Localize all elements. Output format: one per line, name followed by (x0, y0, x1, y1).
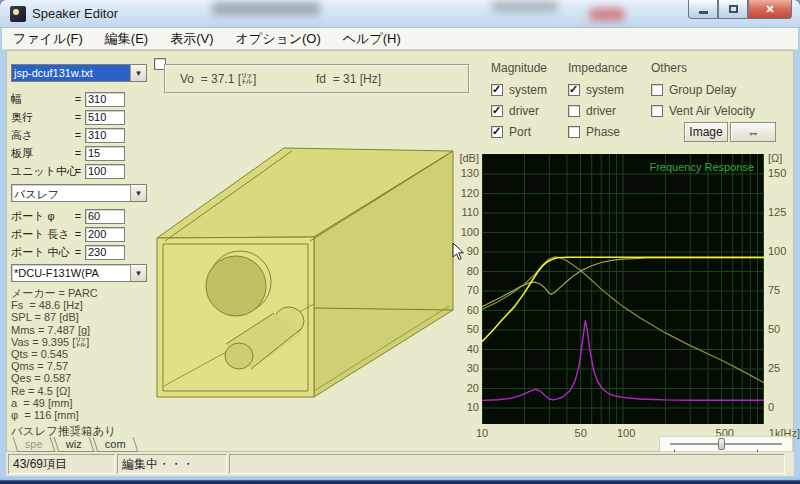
menu-item[interactable]: オプション(O) (225, 30, 332, 48)
status-bar: 43/69項目編集中・・・ (6, 452, 794, 476)
chevron-down-icon[interactable]: ▼ (130, 65, 146, 81)
axis-tick-label: 0 (768, 401, 774, 413)
vo-value: Vo = 37.1 [㍑] (180, 72, 256, 86)
box-info-groupbox: Vo = 37.1 [㍑] fd = 31 [Hz] (164, 64, 470, 94)
minimize-button[interactable] (688, 0, 718, 19)
background-blur (212, 2, 320, 15)
ts-parameters: メーカー = PARCFs = 48.6 [Hz]SPL = 87 [dB]Mm… (11, 287, 147, 421)
enclosure-type-combobox[interactable]: バスレフ ▼ (11, 184, 147, 202)
field-label: 幅 (11, 92, 71, 107)
equals-sign: = (71, 165, 85, 177)
equals-sign: = (71, 228, 85, 240)
chevron-down-icon[interactable]: ▼ (130, 185, 146, 201)
field-row: 奥行= (11, 108, 147, 126)
checkbox-driver[interactable] (491, 105, 503, 117)
frequency-response-chart: Frequency Response [dB]13012011010090807… (456, 151, 800, 446)
axis-tick-label: 50 (768, 323, 780, 335)
value-input[interactable] (85, 209, 125, 224)
axis-tick-label: 60 (456, 304, 479, 316)
checkbox-label: Port (509, 125, 531, 139)
client-area: jsp-dcuf131w.txt ▼ 幅=奥行=高さ=板厚=ユニット中心= バス… (6, 50, 794, 452)
checkbox-port[interactable] (491, 126, 503, 138)
enclosure-3d-drawing[interactable] (146, 129, 471, 444)
menu-item[interactable]: ファイル(F) (2, 30, 94, 48)
value-input[interactable] (85, 110, 125, 125)
slider-thumb[interactable] (718, 438, 725, 450)
ts-param-line: メーカー = PARC (11, 287, 147, 299)
axis-tick-label: 150 (768, 167, 786, 179)
axis-tick-label: 80 (456, 265, 479, 277)
driver-unit-combobox[interactable]: *DCU-F131W(PA ▼ (11, 264, 147, 282)
ts-param-line: Fs = 48.6 [Hz] (11, 299, 147, 311)
axis-tick-label: 70 (456, 284, 479, 296)
checkbox-vent-air-velocity[interactable] (651, 105, 663, 117)
axis-tick-label: 10 (476, 427, 488, 439)
value-input[interactable] (85, 227, 125, 242)
image-button[interactable]: Image (684, 122, 728, 142)
left-parameter-panel: jsp-dcuf131w.txt ▼ 幅=奥行=高さ=板厚=ユニット中心= バス… (11, 64, 147, 439)
checkbox-phase[interactable] (568, 126, 580, 138)
close-button[interactable]: ✕ (748, 0, 792, 19)
speaker-editor-window: Speaker Editor ✕ ファイル(F)編集(E)表示(V)オプション(… (0, 0, 800, 484)
menu-item[interactable]: ヘルプ(H) (332, 30, 412, 48)
equals-sign: = (71, 129, 85, 141)
axis-tick-label: [dB] (456, 152, 479, 164)
ts-param-line: Vas = 9.395 [㍑] (11, 336, 147, 348)
field-row: ユニット中心= (11, 162, 147, 180)
driver-hole (206, 256, 266, 316)
value-input[interactable] (85, 128, 125, 143)
value-input[interactable] (85, 92, 125, 107)
window-bottom-border (0, 476, 800, 484)
slider-track[interactable] (670, 443, 782, 445)
chevron-down-icon[interactable]: ▼ (130, 265, 146, 281)
mouse-cursor (452, 242, 465, 261)
checkbox-row: Group Delay (651, 79, 755, 100)
checkbox-system[interactable] (568, 84, 580, 96)
checkbox-label: system (586, 83, 624, 97)
menu-item[interactable]: 表示(V) (159, 30, 224, 48)
checkbox-driver[interactable] (568, 105, 580, 117)
group-title: Impedance (568, 61, 627, 79)
tab-com[interactable]: com (92, 437, 138, 452)
checkbox-label: Vent Air Velocity (669, 104, 755, 118)
checkbox-row: system (568, 79, 627, 100)
tab-wiz[interactable]: wiz (53, 437, 94, 452)
field-row: 板厚= (11, 144, 147, 162)
maximize-button[interactable] (718, 0, 748, 19)
ts-param-line: Qms = 7.57 (11, 360, 147, 372)
combobox-value: *DCU-F131W(PA (12, 265, 130, 281)
field-label: ポート 長さ (11, 227, 71, 242)
axis-tick-label: 110 (456, 206, 479, 218)
ts-param-line: Re = 4.5 [Ω] (11, 385, 147, 397)
tab-label: wiz (66, 438, 82, 450)
checkbox-row: driver (491, 100, 547, 121)
checkbox-row: system (491, 79, 547, 100)
axis-tick-label: 120 (456, 187, 479, 199)
frequency-slider-panel (659, 436, 793, 452)
checkbox-row: Phase (568, 121, 627, 142)
tab-label: spe (25, 438, 43, 450)
axis-tick-label: 125 (768, 206, 786, 218)
tab-label: com (104, 438, 125, 450)
menu-item[interactable]: 編集(E) (94, 30, 159, 48)
field-row: ポート 中心= (11, 243, 147, 261)
value-input[interactable] (85, 164, 125, 179)
field-row: 高さ= (11, 126, 147, 144)
group-title: Magnitude (491, 61, 547, 79)
equals-sign: = (71, 210, 85, 222)
menu-bar: ファイル(F)編集(E)表示(V)オプション(O)ヘルプ(H) (2, 28, 798, 50)
value-input[interactable] (85, 146, 125, 161)
checkbox-label: Phase (586, 125, 620, 139)
checkbox-row: Port (491, 121, 547, 142)
value-input[interactable] (85, 245, 125, 260)
driver-file-combobox[interactable]: jsp-dcuf131w.txt ▼ (11, 64, 147, 82)
background-blur (492, 1, 558, 12)
checkbox-system[interactable] (491, 84, 503, 96)
tab-spe[interactable]: spe (13, 437, 56, 452)
checkbox-group-delay[interactable] (651, 84, 663, 96)
title-bar[interactable]: Speaker Editor ✕ (0, 0, 800, 28)
checkbox-row: driver (568, 100, 627, 121)
swap-button[interactable]: ⇔ (730, 122, 776, 142)
axis-tick-label: 100 (456, 226, 479, 238)
group-magnitude: MagnitudesystemdriverPort (491, 61, 547, 142)
